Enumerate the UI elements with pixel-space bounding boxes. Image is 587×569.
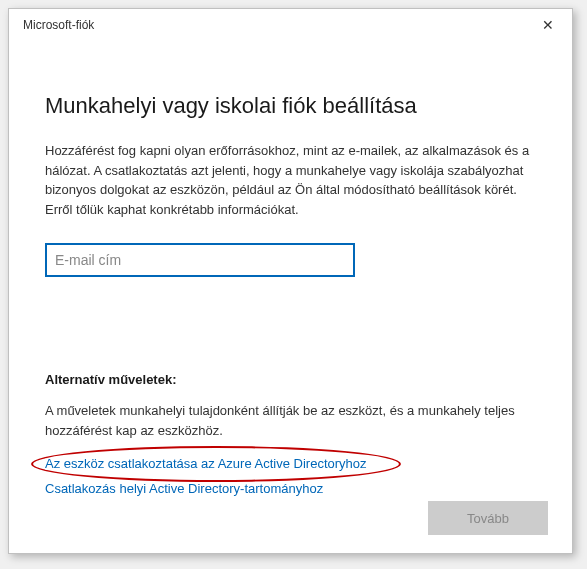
footer: Tovább [428,501,548,535]
alt-description: A műveletek munkahelyi tulajdonként állí… [45,401,536,440]
window-title: Microsoft-fiók [23,18,94,32]
titlebar: Microsoft-fiók ✕ [9,9,572,39]
dialog-window: Microsoft-fiók ✕ Munkahelyi vagy iskolai… [8,8,573,554]
alternative-actions-section: Alternatív műveletek: A műveletek munkah… [45,372,536,496]
content-area: Munkahelyi vagy iskolai fiók beállítása … [9,39,572,516]
join-azure-ad-link[interactable]: Az eszköz csatlakoztatása az Azure Activ… [45,456,367,471]
azure-link-wrapper: Az eszköz csatlakoztatása az Azure Activ… [45,456,367,471]
next-button[interactable]: Tovább [428,501,548,535]
alt-heading: Alternatív műveletek: [45,372,536,387]
join-local-ad-link[interactable]: Csatlakozás helyi Active Directory-tarto… [45,481,536,496]
page-description: Hozzáférést fog kapni olyan erőforrásokh… [45,141,536,219]
email-field[interactable] [45,243,355,277]
page-title: Munkahelyi vagy iskolai fiók beállítása [45,93,536,119]
close-icon[interactable]: ✕ [538,17,558,33]
